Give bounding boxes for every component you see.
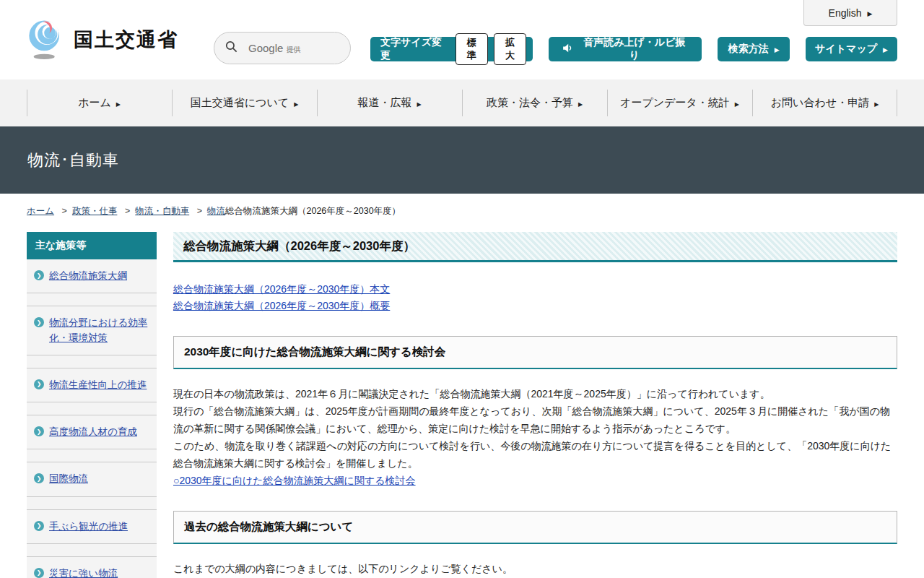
sidebar-item[interactable]: 高度物流人材の育成 [27,415,157,449]
arrow-right-icon [775,43,780,55]
speaker-icon [562,42,574,56]
sidebar-spacer [27,402,157,415]
search-method-button[interactable]: 検索方法 [718,37,790,61]
font-size-standard-button[interactable]: 標準 [456,33,488,65]
content-area: 主な施策等 総合物流施策大綱 物流分野における効率化・環境対策 物流生産性向上の… [0,232,924,578]
header-buttons: 文字サイズ変更 標準 拡大 音声読み上げ・ルビ振り 検索方法 サイトマップ [370,37,897,61]
main-content: 総合物流施策大綱（2026年度～2030年度） 総合物流施策大綱（2026年度～… [173,232,897,578]
font-size-large-button[interactable]: 拡大 [494,33,526,65]
category-title: 物流･自動車 [0,150,119,171]
arrow-right-icon [417,97,421,109]
sidebar-link[interactable]: 災害に強い物流 [49,566,118,578]
sidebar-link[interactable]: 物流生産性向上の推進 [49,378,147,392]
breadcrumb-link[interactable]: 政策・仕事 [72,206,118,216]
nav-item[interactable]: 国土交通省について [172,79,317,126]
breadcrumb-link[interactable]: 物流 [207,206,225,216]
nav-item[interactable]: 政策・法令・予算 [462,79,607,126]
nav-item-label: オープンデータ・統計 [620,96,730,110]
english-button[interactable]: English [803,0,897,26]
font-size-control: 文字サイズ変更 標準 拡大 [370,37,533,61]
search-icon [225,40,238,56]
sidebar-title: 主な施策等 [27,232,157,259]
paragraph: 現行の「総合物流施策大綱」は、2025年度が計画期間の最終年度となっており、次期… [173,402,897,437]
arrow-right-icon [578,97,583,109]
breadcrumb-link[interactable]: ホーム [27,206,54,216]
section-body: 現在の日本の物流政策は、2021年６月に閣議決定された「総合物流施策大綱（202… [173,385,897,472]
arrow-right-icon [294,97,298,109]
site-logo[interactable]: 国土交通省 [25,16,178,64]
doc-link[interactable]: 総合物流施策大綱（2026年度～2030年度）本文 [173,281,897,298]
mlit-logo-icon [25,16,66,64]
sidebar-item[interactable]: 国際物流 [27,462,157,496]
nav-item-label: 報道・広報 [357,96,411,110]
sidebar-spacer [27,293,157,306]
arrow-right-icon [116,97,121,109]
chevron-right-icon [34,426,44,436]
search-placeholder: Google提供 [248,42,300,55]
sidebar-link[interactable]: 国際物流 [49,472,88,486]
nav-item-label: ホーム [78,96,111,110]
tts-button[interactable]: 音声読み上げ・ルビ振り [549,37,702,61]
sidebar-spacer [27,449,157,462]
sidebar-spacer [27,355,157,368]
sidebar-spacer [27,497,157,510]
sidebar-item[interactable]: 災害に強い物流 [27,557,157,578]
chevron-right-icon [34,317,44,327]
breadcrumb-current: 総合物流施策大綱（2026年度～2030年度） [225,205,401,217]
kentokai-link[interactable]: ○2030年度に向けた総合物流施策大綱に関する検討会 [173,472,416,489]
arrow-right-icon [735,97,739,109]
sidebar-link[interactable]: 物流分野における効率化・環境対策 [49,316,151,345]
nav-item[interactable]: オープンデータ・統計 [607,79,752,126]
site-name: 国土交通省 [74,27,178,53]
page-title: 総合物流施策大綱（2026年度～2030年度） [173,232,897,262]
chevron-right-icon [34,379,44,389]
search-input[interactable]: Google提供 [214,32,351,64]
chevron-right-icon [34,270,44,280]
section-heading-kentokai: 2030年度に向けた総合物流施策大綱に関する検討会 [173,336,897,369]
global-nav: ホーム 国土交通省について 報道・広報 政策・法令・予算 オープンデータ・統計 … [0,79,924,126]
doc-link[interactable]: 総合物流施策大綱（2026年度～2030年度）概要 [173,298,897,314]
category-banner: 物流･自動車 [0,126,924,194]
sidebar-link[interactable]: 高度物流人材の育成 [49,425,137,439]
nav-item-label: 政策・法令・予算 [487,96,573,110]
section-heading-past: 過去の総合物流施策大綱について [173,511,897,544]
site-header: 国土交通省 Google提供 文字サイズ変更 標準 拡大 音声読み上げ [0,0,924,79]
font-size-label: 文字サイズ変更 [380,36,450,62]
arrow-right-icon [883,43,888,55]
doc-links: 総合物流施策大綱（2026年度～2030年度）本文 総合物流施策大綱（2026年… [173,281,897,314]
arrow-right-icon [868,7,873,19]
past-intro: これまでの大綱の内容につきましては、以下のリンクよりご覧ください。 [173,560,897,577]
sidebar-link[interactable]: 手ぶら観光の推進 [49,519,128,534]
sidebar: 主な施策等 総合物流施策大綱 物流分野における効率化・環境対策 物流生産性向上の… [27,232,157,578]
breadcrumb-link[interactable]: 物流・自動車 [135,206,189,216]
paragraph: このため、物流を取り巻く諸課題への対応の方向について検討を行い、今後の物流施策の… [173,437,897,472]
nav-item-label: お問い合わせ・申請 [771,96,869,110]
nav-item[interactable]: 報道・広報 [317,79,462,126]
sitemap-button[interactable]: サイトマップ [806,37,897,61]
sidebar-link[interactable]: 総合物流施策大綱 [49,269,127,283]
breadcrumb: ホーム 政策・仕事 物流・自動車 物流 総合物流施策大綱（2026年度～2030… [0,194,924,232]
sidebar-item[interactable]: 手ぶら観光の推進 [27,510,157,544]
chevron-right-icon [34,521,44,531]
sidebar-spacer [27,544,157,557]
chevron-right-icon [34,473,44,483]
nav-item-label: 国土交通省について [191,96,289,110]
sidebar-item[interactable]: 総合物流施策大綱 [27,259,157,293]
sidebar-list: 総合物流施策大綱 物流分野における効率化・環境対策 物流生産性向上の推進 [27,259,157,578]
nav-item[interactable]: ホーム [27,79,172,126]
arrow-right-icon [874,97,879,109]
sidebar-item[interactable]: 物流生産性向上の推進 [27,368,157,402]
nav-item[interactable]: お問い合わせ・申請 [752,79,897,126]
sidebar-item[interactable]: 物流分野における効率化・環境対策 [27,306,157,355]
paragraph: 現在の日本の物流政策は、2021年６月に閣議決定された「総合物流施策大綱（202… [173,385,897,402]
chevron-right-icon [34,568,44,578]
